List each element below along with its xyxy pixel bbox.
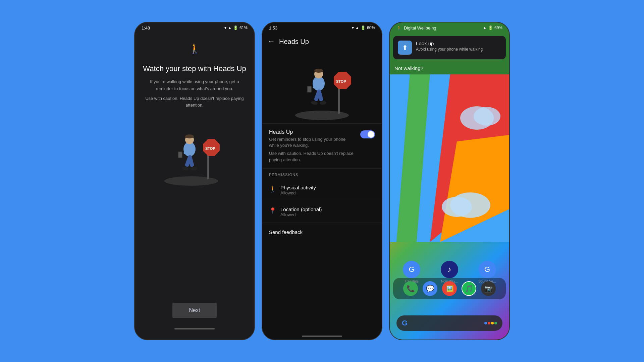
svg-rect-23 — [308, 86, 311, 92]
dot-yellow — [491, 322, 494, 324]
time-1: 1:48 — [142, 25, 150, 31]
physical-activity-info: Physical activity Allowed — [280, 185, 316, 195]
dot-red — [488, 322, 490, 324]
screen2-header: ← Heads Up — [262, 33, 382, 50]
home-indicator-1 — [174, 328, 215, 329]
feedback-row[interactable]: Send feedback — [262, 223, 382, 241]
battery-icon-3: 🔋 — [488, 25, 493, 30]
wifi-icon-2: ▾ — [352, 25, 354, 30]
wifi-icon: ▾ — [224, 25, 226, 30]
back-arrow[interactable]: ← — [268, 37, 275, 46]
svg-point-12 — [181, 167, 189, 171]
svg-text:STOP: STOP — [336, 79, 346, 83]
location-status: Allowed — [280, 212, 322, 217]
time-2: 1:53 — [269, 25, 277, 31]
screen-2: ← Heads Up STOP — [262, 33, 382, 340]
signal-icon-3: ▲ — [483, 25, 487, 30]
heads-up-desc2: Use with caution. Heads Up doesn't repla… — [269, 150, 356, 163]
next-button[interactable]: Next — [172, 303, 217, 318]
phone-app[interactable]: 📞 — [403, 281, 418, 296]
heads-up-setting-row: Heads Up Get reminders to stop using you… — [262, 124, 382, 169]
walking-scene-svg-2: STOP — [285, 53, 359, 120]
heads-up-title: Heads Up — [269, 129, 356, 135]
heads-up-setting-info: Heads Up Get reminders to stop using you… — [269, 129, 356, 163]
status-icons-3: ▲ 🔋 69% — [483, 25, 502, 30]
screen1-desc: If you're walking while using your phone… — [142, 78, 248, 93]
dot-blue — [484, 322, 487, 324]
screen1-title: Watch your step with Heads Up — [143, 64, 246, 73]
physical-activity-row[interactable]: 🚶 Physical activity Allowed — [262, 179, 382, 201]
notification-card: ⬆ Look up Avoid using your phone while w… — [393, 36, 506, 59]
phone-2: 1:53 ▾ ▲ 🔋 60% ← Heads Up STOP — [262, 22, 382, 340]
physical-activity-icon: 🚶 — [269, 185, 276, 193]
location-icon: 📍 — [269, 207, 276, 215]
not-walking-btn[interactable]: Not walking? — [390, 62, 509, 74]
notif-title: Look up — [416, 41, 483, 46]
status-icons-1: ▾ ▲ 🔋 61% — [224, 25, 248, 30]
svg-point-35 — [442, 197, 472, 217]
dock-row: 📞 💬 🖼️ 🎵 📷 — [390, 276, 509, 306]
permissions-label: PERMISSIONS — [262, 169, 382, 179]
screen-1: 🚶 Watch your step with Heads Up If you'r… — [135, 33, 254, 340]
feedback-text[interactable]: Send feedback — [269, 229, 303, 235]
heads-up-toggle[interactable] — [360, 130, 375, 138]
spotify-app[interactable]: 🎵 — [462, 281, 476, 296]
camera-app[interactable]: 📷 — [481, 281, 496, 296]
wallpaper-svg — [390, 74, 509, 242]
dock: 📞 💬 🖼️ 🎵 📷 — [393, 278, 506, 299]
search-bar-container: G — [390, 314, 509, 333]
walker-icon: 🚶 — [189, 43, 201, 54]
phone-3: 🚶 Digital Wellbeing ▲ 🔋 69% ⬆ Look up Av… — [389, 22, 510, 340]
battery-pct-2: 60% — [367, 25, 375, 30]
battery-icon-2: 🔋 — [361, 25, 366, 30]
dot-green — [494, 322, 497, 324]
walking-scene-svg: STOP — [154, 119, 228, 186]
settings-content: Heads Up Get reminders to stop using you… — [262, 124, 382, 333]
svg-point-27 — [320, 101, 327, 105]
messages-app[interactable]: 💬 — [423, 281, 437, 296]
phone1-illustration: STOP — [154, 119, 235, 193]
svg-rect-1 — [207, 153, 209, 179]
dw-label: Digital Wellbeing — [404, 25, 436, 31]
person-icon: 🚶 — [396, 25, 402, 31]
svg-point-26 — [311, 101, 318, 105]
svg-point-33 — [474, 107, 500, 126]
phone-1: 1:48 ▾ ▲ 🔋 61% 🚶 Watch your step with He… — [134, 22, 255, 340]
svg-point-13 — [191, 167, 198, 171]
status-icons-2: ▾ ▲ 🔋 60% — [352, 25, 375, 30]
google-search-bar[interactable]: G — [396, 315, 502, 331]
battery-icon: 🔋 — [233, 25, 238, 30]
screen1-caution: Use with caution. Heads Up doesn't repla… — [142, 95, 248, 109]
home-screen: G Translate ♪ Now Play... G Sound Se... — [390, 74, 509, 340]
svg-point-6 — [185, 134, 194, 138]
notif-content: Look up Avoid using your phone while wal… — [416, 41, 483, 52]
google-g: G — [402, 319, 408, 327]
google-dots — [484, 322, 497, 324]
photos-app[interactable]: 🖼️ — [442, 281, 457, 296]
home-indicator-2 — [302, 336, 342, 337]
status-left-3: 🚶 Digital Wellbeing — [396, 25, 436, 31]
svg-point-20 — [314, 69, 323, 73]
battery-pct-3: 69% — [494, 25, 502, 30]
heads-up-desc1: Get reminders to stop using your phone w… — [269, 136, 356, 148]
screen-3: ⬆ Look up Avoid using your phone while w… — [390, 33, 509, 340]
notif-desc: Avoid using your phone while walking — [416, 47, 483, 52]
signal-icon: ▲ — [228, 25, 232, 30]
battery-pct-1: 61% — [239, 25, 248, 30]
location-title: Location (optional) — [280, 206, 322, 212]
svg-rect-9 — [178, 152, 182, 158]
location-info: Location (optional) Allowed — [280, 206, 322, 217]
illustration-area: STOP — [262, 50, 382, 124]
status-bar-1: 1:48 ▾ ▲ 🔋 61% — [135, 22, 254, 33]
physical-activity-status: Allowed — [280, 190, 316, 195]
notif-icon: ⬆ — [398, 41, 412, 55]
svg-rect-15 — [338, 87, 340, 114]
physical-activity-title: Physical activity — [280, 185, 316, 190]
svg-text:STOP: STOP — [205, 146, 215, 150]
status-bar-3: 🚶 Digital Wellbeing ▲ 🔋 69% — [390, 22, 509, 33]
status-bar-2: 1:53 ▾ ▲ 🔋 60% — [262, 22, 382, 33]
location-row[interactable]: 📍 Location (optional) Allowed — [262, 201, 382, 223]
svg-point-0 — [164, 176, 218, 186]
screen2-title: Heads Up — [279, 38, 309, 46]
signal-icon-2: ▲ — [355, 25, 359, 30]
